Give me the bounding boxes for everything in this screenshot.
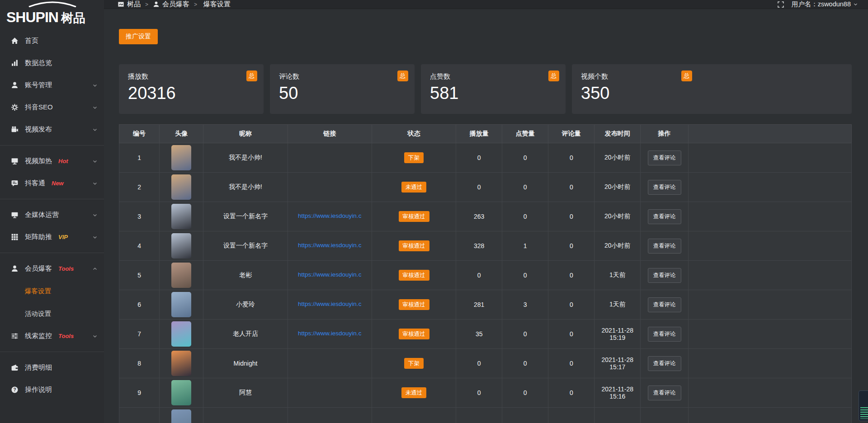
video-link[interactable]: https://www.iesdouyin.c [298, 271, 361, 278]
cell-avatar [160, 143, 203, 173]
video-link[interactable]: https://www.iesdouyin.c [298, 330, 361, 337]
sidebar-item-消费明细[interactable]: 消费明细 [0, 357, 104, 379]
cell-nickname: 老彬 [203, 261, 288, 290]
sidebar-item-账号管理[interactable]: 账号管理 [0, 74, 104, 96]
status-badge: 审核通过 [399, 329, 429, 340]
video-icon [11, 126, 19, 133]
stat-cards: 播放数总20316评论数总50点赞数总581视频个数总350 [119, 64, 852, 114]
col-plays: 播放量 [456, 125, 502, 143]
view-comments-button[interactable]: 查看评论 [648, 180, 681, 195]
promo-settings-button[interactable]: 推广设置 [119, 29, 158, 44]
cell-likes: 0 [502, 261, 548, 290]
sidebar-item-抖客通[interactable]: 抖客通New [0, 172, 104, 194]
sidebar-item-tag: VIP [58, 234, 68, 240]
sidebar-item-label: 会员爆客 [25, 264, 52, 273]
sidebar-item-视频加热[interactable]: 视频加热Hot [0, 150, 104, 172]
floating-widget[interactable] [859, 390, 868, 421]
table-row: 9阿慧未通过0002021-11-28 15:16查看评论 [119, 378, 852, 408]
chevron-down-icon [92, 235, 98, 240]
cell-status: 审核通过 [372, 202, 456, 231]
cell-filler [688, 349, 851, 378]
view-comments-button[interactable]: 查看评论 [648, 385, 681, 400]
cell-link [288, 378, 372, 408]
cell-filler [688, 231, 851, 261]
breadcrumb-label: 树品 [127, 0, 141, 9]
table-row: 2我不是小帅!未通过00020小时前查看评论 [119, 173, 852, 202]
breadcrumb-item-home[interactable]: 树品 [118, 0, 141, 9]
cell-link: https://www.iesdouyin.c [288, 202, 372, 231]
cell-plays: 0 [456, 261, 502, 290]
cell-link: https://www.iesdouyin.c [288, 261, 372, 290]
video-link[interactable]: https://www.iesdouyin.c [298, 301, 361, 307]
monitor-icon [11, 211, 19, 219]
view-comments-button[interactable]: 查看评论 [648, 239, 681, 254]
stat-card-label: 视频个数 [581, 72, 844, 81]
chevron-down-icon [92, 212, 98, 218]
topbar: 树品 > 会员爆客 > 爆客设置 用户名：zswodun88 [104, 0, 868, 9]
sidebar-item-抖音SEO[interactable]: 抖音SEO [0, 96, 104, 118]
cell-status: 审核通过 [372, 231, 456, 261]
sidebar-subitem-爆客设置[interactable]: 爆客设置 [0, 280, 104, 302]
cell-filler [688, 143, 851, 173]
table-row: 6小爱玲https://www.iesdouyin.c审核通过281301天前查… [119, 290, 852, 320]
cell-action: 查看评论 [641, 231, 688, 261]
home-icon [11, 37, 19, 45]
status-badge: 审核通过 [399, 270, 429, 281]
cell-plays: 0 [456, 349, 502, 378]
cell-link [288, 349, 372, 378]
cell-num: 8 [119, 349, 160, 378]
cell-comments: 0 [548, 231, 594, 261]
video-link[interactable]: https://www.iesdouyin.c [298, 242, 361, 249]
user-menu[interactable]: 用户名：zswodun88 [792, 0, 858, 9]
sidebar-item-全媒体运营[interactable]: 全媒体运营 [0, 204, 104, 226]
status-badge: 未通过 [401, 387, 427, 399]
view-comments-button[interactable]: 查看评论 [648, 268, 681, 283]
col-likes: 点赞量 [502, 125, 548, 143]
view-comments-button[interactable]: 查看评论 [648, 150, 681, 165]
sidebar-item-线索监控[interactable]: 线索监控Tools [0, 325, 104, 347]
view-comments-button[interactable]: 查看评论 [648, 209, 681, 224]
cell-nickname: 我不是小帅! [203, 173, 288, 202]
stat-card-value: 350 [581, 85, 844, 102]
cell-nickname: Midnight [203, 349, 288, 378]
cell-action: 查看评论 [641, 143, 688, 173]
videos-table-wrap: 编号 头像 昵称 链接 状态 播放量 点赞量 评论量 发布时间 操作 [119, 124, 852, 423]
status-badge: 未通过 [401, 182, 427, 193]
cell-num: 4 [119, 231, 160, 261]
sidebar-item-矩阵助推[interactable]: 矩阵助推VIP [0, 226, 104, 248]
cell-likes: 0 [502, 202, 548, 231]
view-comments-button[interactable]: 查看评论 [648, 297, 681, 312]
cell-filler [688, 320, 851, 349]
breadcrumb-item-section[interactable]: 会员爆客 [153, 0, 189, 9]
cell-time: 2021-11-28 15:19 [594, 320, 641, 349]
sidebar-item-视频发布[interactable]: 视频发布 [0, 118, 104, 141]
view-comments-button[interactable]: 查看评论 [648, 327, 681, 342]
cell-time: 2021-11-28 15:16 [594, 378, 641, 408]
view-comments-button[interactable]: 查看评论 [648, 356, 681, 371]
cell-avatar [160, 378, 203, 408]
sidebar-item-首页[interactable]: 首页 [0, 30, 104, 52]
cell-status: 审核通过 [372, 320, 456, 349]
sidebar-item-数据总览[interactable]: 数据总览 [0, 52, 104, 74]
sidebar-item-label: 视频发布 [25, 125, 52, 134]
col-nickname: 昵称 [203, 125, 288, 143]
cell-link [288, 173, 372, 202]
sidebar-item-label: 线索监控 [25, 332, 52, 340]
fullscreen-icon[interactable] [777, 1, 784, 8]
cell-comments: 0 [548, 290, 594, 320]
cell-num: 3 [119, 202, 160, 231]
sidebar-divider [0, 352, 104, 352]
status-badge: 审核通过 [399, 240, 429, 252]
cell-filler [688, 173, 851, 202]
sidebar-subitem-活动设置[interactable]: 活动设置 [0, 302, 104, 325]
sidebar-item-label: 全媒体运营 [25, 211, 59, 219]
wallet-icon [11, 364, 19, 371]
video-link[interactable]: https://www.iesdouyin.c [298, 212, 361, 219]
cell-time: 1天前 [594, 261, 641, 290]
gear-icon [11, 103, 19, 111]
sidebar-item-会员爆客[interactable]: 会员爆客Tools [0, 258, 104, 280]
content: 推广设置 播放数总20316评论数总50点赞数总581视频个数总350 编号 头… [104, 9, 868, 423]
logo-arc [25, 1, 80, 7]
status-badge: 下架 [404, 358, 424, 369]
sidebar-item-操作说明[interactable]: ?操作说明 [0, 379, 104, 401]
